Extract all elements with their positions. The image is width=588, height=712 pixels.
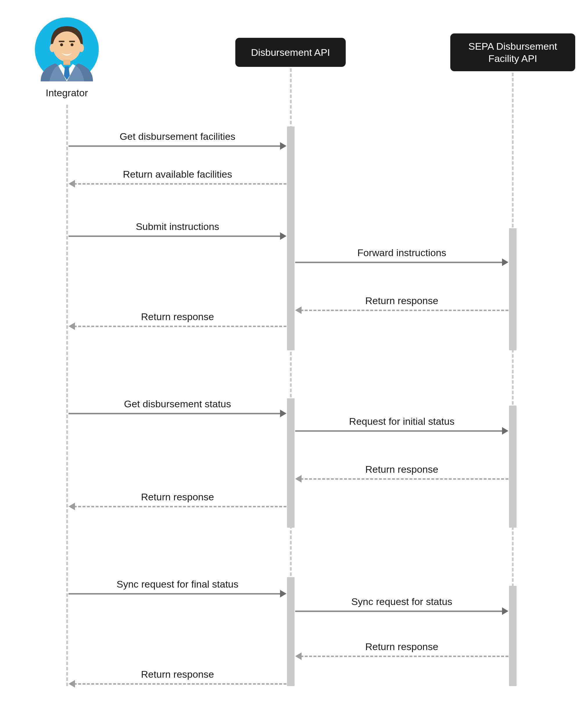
msg-label: Return available facilities — [68, 169, 287, 180]
activation-disbursement-1 — [287, 126, 295, 350]
msg-label: Return response — [295, 464, 508, 475]
msg-label: Sync request for final status — [68, 578, 287, 590]
integrator-label: Integrator — [32, 87, 102, 99]
participant-sepa-api: SEPA Disbursement Facility API — [450, 34, 575, 71]
activation-sepa-1 — [509, 228, 517, 350]
svg-rect-5 — [69, 41, 75, 42]
msg-label: Forward instructions — [295, 247, 508, 259]
msg-label: Return response — [68, 669, 287, 680]
participant-disbursement-api: Disbursement API — [235, 38, 346, 67]
msg-label: Return response — [68, 491, 287, 503]
msg-label: Get disbursement status — [68, 398, 287, 410]
msg-label: Return response — [295, 295, 508, 306]
msg-label: Submit instructions — [68, 221, 287, 232]
svg-point-7 — [79, 44, 84, 52]
svg-rect-4 — [59, 41, 64, 42]
participant-disbursement-api-label: Disbursement API — [251, 46, 330, 59]
integrator-avatar-icon — [35, 17, 99, 81]
activation-sepa-2 — [509, 406, 517, 528]
svg-rect-8 — [63, 60, 70, 65]
msg-label: Request for initial status — [295, 416, 508, 427]
svg-point-2 — [60, 43, 63, 46]
participant-sepa-api-label: SEPA Disbursement Facility API — [456, 40, 569, 65]
activation-sepa-3 — [509, 586, 517, 686]
msg-label: Return response — [295, 641, 508, 652]
msg-label: Return response — [68, 311, 287, 322]
activation-disbursement-2 — [287, 398, 295, 528]
msg-label: Sync request for status — [295, 596, 508, 607]
msg-label: Get disbursement facilities — [68, 131, 287, 142]
activation-disbursement-3 — [287, 577, 295, 686]
lifeline-integrator — [66, 105, 68, 686]
svg-point-6 — [50, 44, 55, 52]
svg-point-1 — [53, 32, 81, 62]
sequence-diagram: Integrator Disbursement API SEPA Disburs… — [0, 0, 588, 712]
svg-point-3 — [70, 43, 74, 46]
